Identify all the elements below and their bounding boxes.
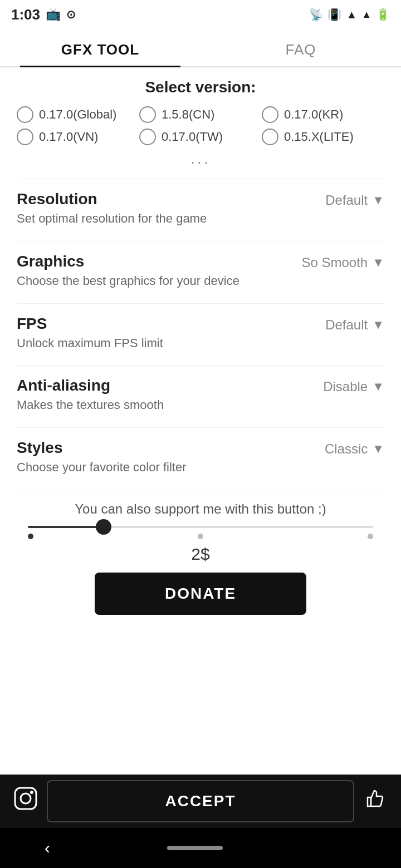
version-title: Select version: [17,78,384,96]
fps-arrow: ▼ [372,318,384,332]
version-grid: 0.17.0(Global) 1.5.8(CN) 0.17.0(KR) 0.17… [17,106,384,145]
support-section: You can also support me with this button… [17,501,384,615]
accept-button[interactable]: ACCEPT [47,780,354,822]
resolution-value: Default [325,193,368,208]
slider-thumb[interactable] [96,519,111,535]
tab-faq[interactable]: FAQ [200,29,401,66]
setting-info-styles: Styles Choose your favorite color filter [17,439,325,476]
tab-gfx-tool[interactable]: GFX TOOL [0,29,200,66]
version-section: Select version: 0.17.0(Global) 1.5.8(CN)… [17,78,384,167]
styles-value: Classic [325,441,368,457]
nav-bar: ‹ [0,828,401,868]
cast-icon: 📡 [309,8,323,21]
divider-3 [17,303,384,304]
donate-button[interactable]: DONATE [95,573,306,615]
graphics-dropdown[interactable]: So Smooth ▼ [301,253,384,270]
setting-title-graphics: Graphics [17,253,290,270]
slider-track[interactable] [28,526,373,528]
time-display: 1:03 [11,6,40,23]
styles-arrow: ▼ [372,442,384,456]
like-icon[interactable] [363,786,388,816]
aa-value: Disable [323,379,368,394]
setting-title-aa: Anti-aliasing [17,377,312,394]
version-option-vn[interactable]: 0.17.0(VN) [17,129,139,145]
setting-graphics: Graphics Choose the best graphics for yo… [17,253,384,290]
radio-cn[interactable] [139,106,156,123]
fps-value: Default [325,317,368,333]
svg-rect-0 [15,788,36,809]
version-option-lite[interactable]: 0.15.X(LITE) [262,129,384,145]
radio-lite[interactable] [262,129,278,145]
styles-dropdown[interactable]: Classic ▼ [325,439,384,457]
setting-resolution: Resolution Set optimal resolution for th… [17,190,384,228]
fps-dropdown[interactable]: Default ▼ [325,315,384,333]
radio-global[interactable] [17,106,33,123]
version-label-lite: 0.15.X(LITE) [284,130,354,144]
divider-1 [17,179,384,179]
signal-icon: ▲ [361,9,371,21]
setting-info-aa: Anti-aliasing Makes the textures smooth [17,377,323,414]
record-icon: ⊙ [66,8,76,21]
main-content: Select version: 0.17.0(Global) 1.5.8(CN)… [0,67,401,775]
more-dots[interactable]: ... [17,150,384,167]
setting-desc-graphics: Choose the best graphics for your device [17,273,290,290]
setting-title-fps: FPS [17,315,314,333]
version-label-global: 0.17.0(Global) [39,107,116,122]
setting-styles: Styles Choose your favorite color filter… [17,439,384,476]
bottom-bar: ACCEPT [0,775,401,828]
setting-desc-resolution: Set optimal resolution for the game [17,210,314,228]
version-label-kr: 0.17.0(KR) [284,107,343,122]
divider-2 [17,241,384,241]
version-option-tw[interactable]: 0.17.0(TW) [139,129,262,145]
setting-desc-styles: Choose your favorite color filter [17,459,314,476]
divider-4 [17,365,384,366]
version-row-2: 0.17.0(VN) 0.17.0(TW) 0.15.X(LITE) [17,129,384,145]
home-indicator[interactable] [167,846,223,850]
slider-marker-1 [28,534,33,539]
radio-tw[interactable] [139,129,156,145]
radio-kr[interactable] [262,106,278,123]
status-time: 1:03 📺 ⊙ [11,6,76,23]
graphics-value: So Smooth [301,255,368,270]
setting-desc-fps: Unlock maximum FPS limit [17,335,314,352]
status-icons: 📡 📳 ▲ ▲ 🔋 [309,8,390,21]
divider-5 [17,427,384,428]
aa-arrow: ▼ [372,379,384,394]
support-text: You can also support me with this button… [17,501,384,517]
setting-info-graphics: Graphics Choose the best graphics for yo… [17,253,301,290]
version-label-vn: 0.17.0(VN) [39,130,98,144]
setting-info-resolution: Resolution Set optimal resolution for th… [17,190,325,228]
status-bar: 1:03 📺 ⊙ 📡 📳 ▲ ▲ 🔋 [0,0,401,29]
slider-value-display: 2$ [17,545,384,564]
vibrate-icon: 📳 [327,8,341,21]
resolution-dropdown[interactable]: Default ▼ [325,190,384,208]
setting-anti-aliasing: Anti-aliasing Makes the textures smooth … [17,377,384,414]
version-label-cn: 1.5.8(CN) [162,107,214,122]
battery-icon: 🔋 [376,8,390,21]
version-option-cn[interactable]: 1.5.8(CN) [139,106,262,123]
back-button[interactable]: ‹ [45,839,50,857]
radio-vn[interactable] [17,129,33,145]
wifi-icon: ▲ [346,8,357,21]
resolution-arrow: ▼ [372,193,384,208]
version-label-tw: 0.17.0(TW) [162,130,223,144]
slider-container[interactable] [17,526,384,539]
setting-desc-aa: Makes the textures smooth [17,397,312,414]
setting-info-fps: FPS Unlock maximum FPS limit [17,315,325,352]
version-option-global[interactable]: 0.17.0(Global) [17,106,139,123]
slider-marker-2 [198,534,203,539]
setting-title-resolution: Resolution [17,190,314,208]
tab-bar: GFX TOOL FAQ [0,29,401,67]
version-row-1: 0.17.0(Global) 1.5.8(CN) 0.17.0(KR) [17,106,384,123]
slider-markers [28,534,373,539]
divider-6 [17,490,384,490]
aa-dropdown[interactable]: Disable ▼ [323,377,384,394]
tv-icon: 📺 [46,7,61,22]
version-option-kr[interactable]: 0.17.0(KR) [262,106,384,123]
setting-fps: FPS Unlock maximum FPS limit Default ▼ [17,315,384,352]
slider-marker-3 [368,534,373,539]
svg-point-1 [21,793,31,803]
slider-fill [28,526,104,528]
instagram-icon[interactable] [13,786,38,816]
svg-point-2 [30,791,33,794]
